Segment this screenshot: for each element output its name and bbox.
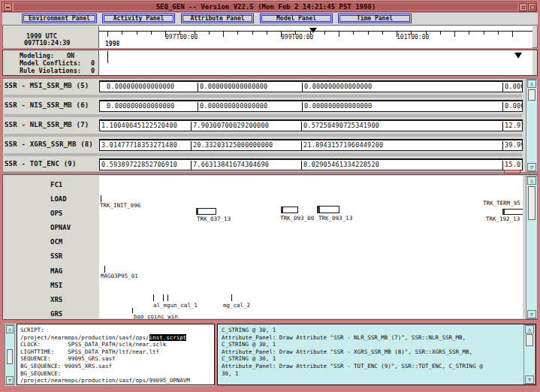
script-scrollbar[interactable]: △ ▽: [5, 324, 15, 385]
activity-tick[interactable]: [167, 294, 168, 301]
time-scale-panel: 1999 UTC 097T10:24:39 097T00:00 099T00:0…: [2, 25, 538, 48]
script-path-line: /project/nearmops/production/sasf/ops/in…: [20, 334, 214, 342]
attribute-value: 21.89431571960449200: [301, 141, 383, 150]
script-scrollbar-thumb[interactable]: [7, 349, 13, 364]
window-menu-button[interactable]: [4, 3, 12, 11]
seq-gen-window: { "window": { "title": "SEQ_GEN -- Versi…: [0, 0, 540, 392]
attribute-value: 0.000: [502, 102, 523, 111]
time-cursor-marker[interactable]: [309, 28, 317, 33]
activity-label-trk-037: TRK_037_13: [197, 216, 231, 222]
attribute-value: 39.99: [502, 141, 523, 150]
attribute-scrollbar-down-button[interactable]: ▽: [527, 163, 536, 171]
timeline-panel: FC1 LOAD OPS OPNAV OCM SSR MAG MSI XRS G…: [2, 174, 538, 320]
lighttime-line: LIGHTTIME: SPSS_DATA_PATH/ltf/near.ltf: [20, 348, 214, 356]
sequence-line: SEQUENCE: 99095_GRS.sasf: [20, 355, 214, 363]
attribute-panel-button[interactable]: Attribute Panel: [181, 14, 254, 23]
log-line: C_STRING @ 30, 1: [222, 355, 523, 363]
timeline-row-label-load: LOAD: [50, 195, 67, 203]
script-scrollbar-down-button[interactable]: ▽: [6, 376, 14, 384]
axis-label-099: 099T00:00: [281, 34, 313, 41]
attribute-row-band[interactable]: 3.01477718353271480 20.33203125000000000…: [99, 139, 523, 151]
attribute-row-band[interactable]: 1.10040645122520400 7.90300700029200000 …: [99, 119, 523, 131]
window-title: SEQ_GEN -- Version V22.5 (Mon Feb 2 14:2…: [14, 3, 518, 11]
attribute-row-band[interactable]: 0.59389722852706910 7.66313841674304690 …: [99, 158, 523, 170]
model-panel-button[interactable]: Model Panel: [260, 14, 333, 23]
attribute-row-label: SSR - XGRS_SSR_MB (8): [5, 140, 93, 148]
attribute-scrollbar-up-button[interactable]: △: [527, 80, 536, 88]
activity-tick[interactable]: [101, 195, 101, 202]
window-maximize-button[interactable]: [528, 3, 536, 11]
clock-line: CLOCK: SPSS_DATA_PATH/sclk/near.sclk: [20, 341, 214, 348]
attribute-value: 0.57250490725341900: [301, 122, 379, 131]
log-scrollbar-thumb[interactable]: [526, 334, 533, 346]
activity-label-trk-init: TRK_INIT_096: [100, 202, 140, 209]
window-titlebar[interactable]: SEQ_GEN -- Version V22.5 (Mon Feb 2 14:2…: [2, 2, 537, 12]
attribute-scrollbar-thumb[interactable]: [528, 89, 535, 101]
activity-panel-button[interactable]: Activity Panel: [102, 14, 175, 23]
attribute-value: 1.10040645122520400: [101, 122, 177, 130]
timeline-scrollbar-up-button[interactable]: △: [527, 176, 536, 185]
activity-label-xrs-cal2: mg_cal_2: [223, 302, 250, 309]
timeline-row-label-fc1: FC1: [50, 181, 62, 188]
activity-tick[interactable]: [231, 294, 232, 301]
attribute-value: 0.000: [502, 83, 523, 92]
script-name-highlighted[interactable]: inst.script: [149, 334, 187, 341]
attribute-row-label: SSR - TOT_ENC (9): [5, 160, 77, 167]
attribute-row-band[interactable]: 0.000000000000000 0.000000000000000 0.00…: [99, 100, 523, 112]
activity-box-trk-192[interactable]: [502, 209, 523, 215]
log-line: Attribute_Panel: Draw Attribute "SSR - X…: [222, 348, 523, 356]
activity-box-trk-093-13[interactable]: [317, 206, 339, 213]
maximize-icon: [530, 5, 535, 10]
log-scrollbar-up-button[interactable]: △: [525, 325, 534, 333]
model-cursor[interactable]: [107, 51, 108, 63]
bg-sequence2-value: /project/nearmops/production/sasf/ops/99…: [20, 377, 214, 384]
activity-label-mag: MAG03P95_01: [101, 273, 138, 279]
log-scrollbar[interactable]: △ ▽: [523, 324, 535, 384]
activity-tick[interactable]: [163, 294, 164, 301]
conflicts-label: Model Conflicts:: [20, 59, 81, 67]
modeling-status-labels: Modeling: ON Model Conflicts: 0 Rule Vio…: [3, 50, 98, 75]
timeline-row-labels: FC1 LOAD OPS OPNAV OCM SSR MAG MSI XRS G…: [6, 176, 99, 318]
timeline-plot-area[interactable]: TRK_INIT_096 TRK_037_13 TRK_093_00 TRK_0…: [99, 176, 523, 318]
timeline-row-label-grs: GRS: [50, 310, 62, 318]
activity-box-trk-037[interactable]: [196, 208, 216, 215]
timeline-scrollbar-down-button[interactable]: ▽: [527, 310, 536, 318]
row-divider: [4, 114, 522, 117]
log-line: C_STRING @ 30, 1: [222, 327, 523, 334]
script-path-prefix: /project/nearmops/production/sasf/ops/: [20, 334, 149, 341]
violations-value: 0: [91, 67, 95, 74]
attribute-value: 0.000000000000000: [198, 102, 267, 111]
attribute-scrollbar[interactable]: △ ▽: [526, 79, 538, 172]
environment-panel-button[interactable]: Environment Panel: [22, 14, 97, 23]
panel-toolbar: Environment Panel Activity Panel Attribu…: [2, 13, 538, 25]
attribute-value: 0.000000000000000: [107, 102, 174, 110]
time-panel-button[interactable]: Time Panel: [338, 14, 412, 23]
attribute-value: 7.90300700029200000: [191, 122, 269, 131]
attribute-value: 0.000000000000000: [198, 83, 267, 92]
timeline-scrollbar[interactable]: △ ▽: [526, 176, 538, 319]
window-minimize-button[interactable]: [519, 3, 527, 11]
row-divider: [4, 134, 522, 137]
timeline-row-label-ops: OPS: [50, 210, 62, 217]
attribute-row-band[interactable]: 0.000000000000000 0.000000000000000 0.00…: [99, 80, 523, 92]
message-log-panel: C_STRING @ 30, 1 Attribute_Panel: Draw A…: [217, 324, 536, 385]
model-marker-icon[interactable]: [514, 53, 522, 59]
activity-tick[interactable]: [132, 308, 133, 313]
attribute-value: 20.33203125000000000: [191, 141, 273, 150]
pane-sash-handle[interactable]: [504, 170, 520, 173]
script-scrollbar-up-button[interactable]: △: [6, 325, 14, 333]
log-scrollbar-down-button[interactable]: ▽: [525, 375, 534, 384]
time-axis[interactable]: 097T00:00 099T00:00 101T00:00 1998: [98, 26, 532, 48]
attribute-value: 0.000000000000000: [302, 83, 372, 92]
activity-label-trk-093-00: TRK_093_00: [280, 215, 314, 222]
timeline-scrollbar-thumb[interactable]: [528, 186, 535, 220]
log-line: Attribute_Panel: Draw Attribute "SSR - N…: [222, 334, 523, 342]
attribute-value: 3.01477718353271480: [101, 141, 177, 149]
conflicts-value: 0: [91, 59, 95, 67]
row-divider: [4, 95, 522, 98]
activity-tick[interactable]: [104, 266, 105, 273]
script-label: SCRIPT:: [20, 327, 214, 334]
year-label: 1998: [105, 41, 119, 47]
activity-tick[interactable]: [153, 294, 154, 301]
activity-box-trk-093-00[interactable]: [281, 207, 298, 213]
